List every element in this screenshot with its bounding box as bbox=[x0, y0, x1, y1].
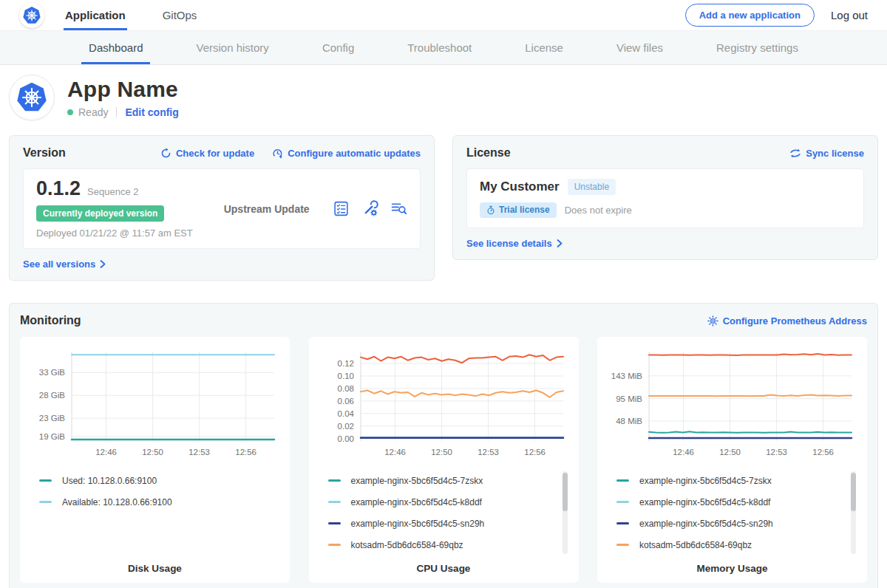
subnav-config[interactable]: Config bbox=[315, 31, 361, 64]
legend-swatch bbox=[328, 522, 341, 524]
legend-scrollbar-thumb[interactable] bbox=[563, 473, 568, 511]
view-logs-icon[interactable] bbox=[390, 200, 407, 217]
deployed-badge: Currently deployed version bbox=[36, 205, 164, 222]
see-all-versions-label: See all versions bbox=[23, 259, 95, 270]
subnav-version-history[interactable]: Version history bbox=[188, 31, 276, 64]
y-tick-label: 0.08 bbox=[337, 384, 353, 393]
chart-line bbox=[649, 431, 852, 432]
license-type-badge: Trial license bbox=[480, 202, 557, 218]
legend-label: example-nginx-5bc6f5d4c5-sn29h bbox=[351, 519, 485, 529]
legend-scrollbar[interactable] bbox=[851, 471, 856, 554]
legend-label: example-nginx-5bc6f5d4c5-k8ddf bbox=[639, 497, 770, 507]
disk-usage-plot: 12:4612:5012:5312:5633 GiB28 GiB23 GiB19… bbox=[30, 347, 279, 459]
legend-swatch bbox=[328, 479, 341, 482]
x-tick-label: 12:50 bbox=[142, 448, 163, 457]
legend-label: kotsadm-5db6dc6584-69qbz bbox=[351, 540, 463, 550]
gear-icon bbox=[707, 315, 718, 327]
schedule-update-icon bbox=[272, 148, 283, 159]
legend-item: example-nginx-5bc6f5d4c5-sn29h bbox=[328, 513, 568, 534]
check-for-update-link[interactable]: Check for update bbox=[160, 148, 254, 159]
configure-updates-link[interactable]: Configure automatic updates bbox=[272, 148, 421, 159]
chart-line bbox=[361, 391, 563, 397]
license-type-label: Trial license bbox=[499, 205, 550, 215]
y-tick-label: 0.00 bbox=[337, 434, 353, 443]
add-application-button[interactable]: Add a new application bbox=[685, 4, 815, 27]
y-tick-label: 0.12 bbox=[337, 359, 353, 368]
y-tick-label: 33 GiB bbox=[39, 368, 65, 377]
app-sub-nav: Dashboard Version history Config Trouble… bbox=[0, 31, 887, 65]
license-expiry: Does not expire bbox=[565, 205, 632, 216]
stopwatch-icon bbox=[486, 205, 495, 215]
chart-title: CPU Usage bbox=[319, 563, 568, 574]
subnav-dashboard[interactable]: Dashboard bbox=[81, 31, 150, 64]
see-license-details-label: See license details bbox=[466, 238, 552, 249]
legend-item: kotsadm-5db6dc6584-69qbz bbox=[616, 534, 857, 555]
y-tick-label: 143 MiB bbox=[611, 372, 643, 380]
legend-label: example-nginx-5bc6f5d4c5-7zskx bbox=[351, 476, 483, 486]
legend-swatch bbox=[328, 544, 341, 546]
configure-prometheus-label: Configure Prometheus Address bbox=[723, 315, 867, 327]
subnav-view-files[interactable]: View files bbox=[609, 31, 670, 64]
subnav-troubleshoot[interactable]: Troubleshoot bbox=[400, 31, 479, 64]
configure-prometheus-link[interactable]: Configure Prometheus Address bbox=[707, 315, 867, 327]
legend-swatch bbox=[616, 501, 629, 503]
configure-updates-label: Configure automatic updates bbox=[288, 148, 421, 159]
y-tick-label: 0.06 bbox=[337, 397, 353, 406]
version-card-title: Version bbox=[23, 146, 66, 160]
divider bbox=[116, 107, 117, 117]
x-tick-label: 12:50 bbox=[719, 448, 741, 457]
disk-usage-legend: Used: 10.128.0.66:9100Available: 10.128.… bbox=[30, 470, 279, 557]
legend-scrollbar[interactable] bbox=[563, 471, 568, 554]
top-nav: Application GitOps Add a new application… bbox=[0, 0, 887, 31]
version-number: 0.1.2 bbox=[36, 179, 81, 199]
logout-link[interactable]: Log out bbox=[831, 9, 868, 21]
legend-swatch bbox=[616, 522, 629, 524]
tab-application-label: Application bbox=[65, 9, 126, 21]
x-tick-label: 12:50 bbox=[431, 448, 452, 457]
legend-label: example-nginx-5bc6f5d4c5-sn29h bbox=[639, 519, 773, 529]
x-tick-label: 12:56 bbox=[812, 448, 834, 457]
kubernetes-logo[interactable] bbox=[19, 0, 44, 30]
legend-label: Used: 10.128.0.66:9100 bbox=[62, 476, 157, 486]
x-tick-label: 12:46 bbox=[384, 448, 406, 457]
see-license-details-link[interactable]: See license details bbox=[466, 238, 864, 249]
update-type-label: Upstream Update bbox=[224, 203, 310, 215]
subnav-registry-settings[interactable]: Registry settings bbox=[709, 31, 806, 64]
x-tick-label: 12:46 bbox=[95, 448, 117, 457]
tab-application[interactable]: Application bbox=[64, 0, 127, 30]
x-tick-label: 12:53 bbox=[188, 448, 210, 457]
legend-swatch bbox=[328, 501, 341, 503]
x-tick-label: 12:46 bbox=[673, 448, 694, 457]
cpu-usage-chart-card: 12:4612:5012:5312:560.120.100.080.060.04… bbox=[309, 337, 579, 583]
disk-usage-chart-card: 12:4612:5012:5312:5633 GiB28 GiB23 GiB19… bbox=[20, 337, 290, 583]
monitoring-section: Monitoring Configure Prometheus Address bbox=[9, 303, 878, 588]
tab-gitops[interactable]: GitOps bbox=[161, 0, 199, 30]
x-tick-label: 12:56 bbox=[524, 448, 546, 457]
page-title: App Name bbox=[67, 77, 179, 101]
legend-item: example-nginx-5bc6f5d4c5-7zskx bbox=[328, 470, 568, 491]
preflight-checks-icon[interactable] bbox=[333, 200, 350, 217]
chevron-right-icon bbox=[557, 239, 563, 247]
memory-usage-legend: example-nginx-5bc6f5d4c5-7zskxexample-ng… bbox=[608, 470, 857, 557]
legend-item: example-nginx-5bc6f5d4c5-k8ddf bbox=[328, 491, 568, 513]
see-all-versions-link[interactable]: See all versions bbox=[23, 259, 421, 270]
subnav-license[interactable]: License bbox=[517, 31, 571, 64]
edit-config-link[interactable]: Edit config bbox=[125, 106, 178, 118]
kubernetes-app-icon bbox=[16, 81, 48, 114]
check-for-update-label: Check for update bbox=[176, 148, 254, 159]
y-tick-label: 95 MiB bbox=[616, 394, 642, 403]
sync-license-link[interactable]: Sync license bbox=[789, 148, 864, 159]
chart-line bbox=[649, 395, 852, 397]
memory-usage-chart-card: 12:4612:5012:5312:56143 MiB95 MiB48 MiB … bbox=[597, 337, 867, 583]
license-card: License Sync license My Customer Unstabl… bbox=[452, 135, 878, 260]
y-tick-label: 0.04 bbox=[337, 409, 354, 418]
legend-swatch bbox=[616, 479, 629, 482]
config-wrench-icon[interactable] bbox=[361, 200, 378, 217]
legend-label: kotsadm-5db6dc6584-69qbz bbox=[639, 540, 752, 550]
cpu-usage-legend: example-nginx-5bc6f5d4c5-7zskxexample-ng… bbox=[319, 470, 568, 557]
deployed-timestamp: Deployed 01/21/22 @ 11:57 am EST bbox=[36, 228, 193, 239]
y-tick-label: 19 GiB bbox=[39, 432, 65, 441]
legend-scrollbar-thumb[interactable] bbox=[851, 473, 856, 511]
legend-item: example-nginx-5bc6f5d4c5-k8ddf bbox=[616, 491, 857, 513]
status-badge: Ready bbox=[78, 106, 108, 118]
